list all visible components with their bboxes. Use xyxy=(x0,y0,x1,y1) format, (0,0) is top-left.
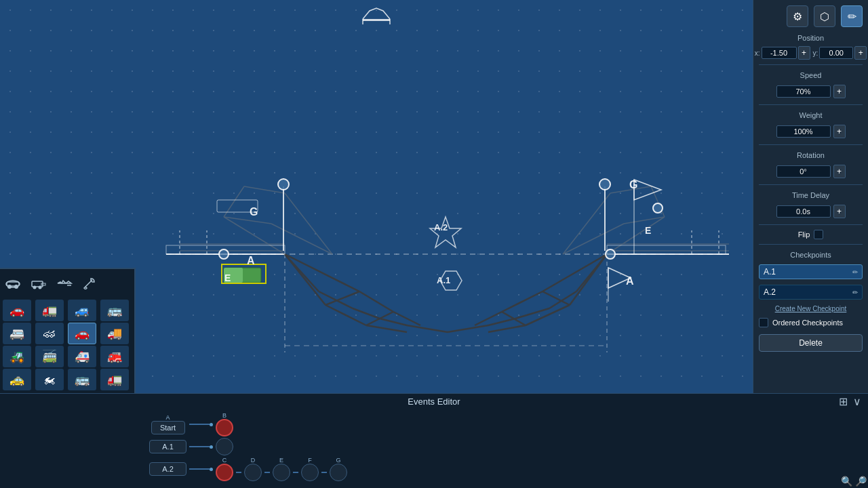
event-node-row2[interactable] xyxy=(216,438,233,455)
event-node-e[interactable] xyxy=(273,464,290,481)
time-delay-row: + xyxy=(759,205,863,218)
flip-checkbox[interactable] xyxy=(814,230,823,239)
svg-text:G: G xyxy=(250,206,258,218)
delete-button[interactable]: Delete xyxy=(759,334,863,352)
rotation-input[interactable] xyxy=(776,165,831,178)
tool-tow-icon[interactable] xyxy=(28,273,49,293)
vehicle-item-6[interactable]: 🏎 xyxy=(35,323,64,344)
svg-line-10 xyxy=(285,254,359,291)
checkpoint-a2-edit-icon[interactable]: ✏ xyxy=(852,289,858,296)
vehicle-item-10[interactable]: 🚎 xyxy=(35,346,64,367)
tool-wrench-icon[interactable] xyxy=(80,273,100,293)
pos-x-label: x: xyxy=(755,49,760,57)
svg-line-26 xyxy=(488,325,526,332)
events-row-3: A.2 C D E xyxy=(149,457,854,481)
vehicle-item-7[interactable]: 🚗 xyxy=(68,323,96,344)
zoom-in-btn[interactable]: 🔎 xyxy=(855,476,867,487)
paint-icon-btn[interactable]: ⬡ xyxy=(814,5,835,27)
svg-line-36 xyxy=(224,217,271,224)
checkpoint-a1-item[interactable]: A.1 ✏ xyxy=(759,264,863,279)
events-content: A Start B A.1 xyxy=(136,409,868,484)
time-delay-input[interactable] xyxy=(776,205,831,218)
start-trigger-box[interactable]: Start xyxy=(151,421,185,434)
vehicle-grid: 🚗 🚛 🚙 🚌 🚐 🏎 🚗 🚚 🚜 🚎 🚑 🚒 🚕 🏍 🚌 🚛 xyxy=(0,297,135,393)
vehicle-item-12[interactable]: 🚒 xyxy=(100,346,129,367)
pos-y-plus-btn[interactable]: + xyxy=(854,46,867,60)
pos-y-input[interactable] xyxy=(819,47,853,59)
settings-icon-btn[interactable]: ⚙ xyxy=(787,5,808,27)
event-node-d[interactable] xyxy=(244,464,262,481)
svg-text:A.1: A.1 xyxy=(437,275,450,285)
svg-line-43 xyxy=(607,217,665,254)
svg-text:A: A xyxy=(247,255,255,266)
col-d: D xyxy=(244,457,262,481)
events-editor-title: Events Editor xyxy=(408,396,460,407)
weight-input[interactable] xyxy=(776,125,831,138)
vehicle-item-4[interactable]: 🚌 xyxy=(100,300,129,321)
weight-row: + xyxy=(759,125,863,138)
divider-6 xyxy=(759,244,863,245)
tool-plane-icon[interactable] xyxy=(54,273,75,293)
vehicle-item-8[interactable]: 🚚 xyxy=(100,323,129,344)
checkpoint-a1-label: A.1 xyxy=(764,267,852,277)
ordered-checkpoints-checkbox[interactable] xyxy=(759,318,768,327)
create-checkpoint-link[interactable]: Create New Checkpoint xyxy=(759,305,863,312)
time-delay-plus-btn[interactable]: + xyxy=(833,205,846,218)
weight-plus-btn[interactable]: + xyxy=(833,125,846,138)
svg-line-11 xyxy=(326,305,366,325)
edit-icon-btn[interactable]: ✏ xyxy=(841,5,863,27)
vehicle-item-5[interactable]: 🚐 xyxy=(3,323,31,344)
events-row-1: A Start B xyxy=(149,412,854,436)
events-pin-btn[interactable]: ⊞ xyxy=(839,395,848,408)
event-node-f[interactable] xyxy=(301,464,319,481)
pos-x-input[interactable] xyxy=(762,47,797,59)
conn-ef xyxy=(293,472,298,473)
connector-3 xyxy=(189,468,213,471)
tool-bar xyxy=(0,268,135,297)
svg-line-33 xyxy=(488,319,515,325)
zoom-controls: 🔍 🔎 xyxy=(841,476,867,487)
svg-text:G: G xyxy=(629,179,637,190)
svg-point-54 xyxy=(599,179,610,190)
zoom-out-btn[interactable]: 🔍 xyxy=(841,476,852,487)
speed-input[interactable] xyxy=(776,85,831,98)
checkpoint-a2-item[interactable]: A.2 ✏ xyxy=(759,285,863,300)
vehicle-item-2[interactable]: 🚛 xyxy=(35,300,64,321)
rotation-plus-btn[interactable]: + xyxy=(833,165,846,178)
svg-text:E: E xyxy=(224,272,231,283)
speed-plus-btn[interactable]: + xyxy=(833,85,846,98)
checkpoint-a1-edit-icon[interactable]: ✏ xyxy=(852,268,858,276)
time-delay-label: Time Delay xyxy=(759,191,863,199)
tool-car-icon[interactable] xyxy=(3,273,23,293)
events-section-b: B xyxy=(216,412,233,436)
vehicle-item-11[interactable]: 🚑 xyxy=(68,346,96,367)
svg-line-40 xyxy=(285,193,332,254)
vehicle-item-13[interactable]: 🚕 xyxy=(3,369,31,390)
vehicle-item-9[interactable]: 🚜 xyxy=(3,346,31,367)
svg-line-34 xyxy=(448,325,488,332)
event-node-c[interactable] xyxy=(216,464,233,481)
vehicle-item-16[interactable]: 🚛 xyxy=(100,369,129,390)
connector-1 xyxy=(189,423,213,426)
connector-2 xyxy=(189,445,213,449)
divider-3 xyxy=(759,144,863,145)
svg-line-20 xyxy=(380,319,407,325)
divider-4 xyxy=(759,184,863,185)
event-node-b[interactable] xyxy=(216,419,233,436)
a2-trigger-box[interactable]: A.2 xyxy=(149,462,186,476)
col-c: C xyxy=(216,457,233,481)
vehicle-item-1[interactable]: 🚗 xyxy=(3,300,31,321)
svg-text:A.2: A.2 xyxy=(434,222,448,232)
a1-trigger-box[interactable]: A.1 xyxy=(149,440,186,453)
event-node-g[interactable] xyxy=(330,464,347,481)
svg-rect-87 xyxy=(41,283,45,285)
events-collapse-btn[interactable]: ∨ xyxy=(853,395,861,408)
pos-x-field: x: + xyxy=(755,46,810,60)
vehicle-item-3[interactable]: 🚙 xyxy=(68,300,96,321)
position-label: Position xyxy=(759,34,863,42)
svg-line-30 xyxy=(576,254,607,291)
svg-text:E: E xyxy=(645,225,651,236)
vehicle-item-14[interactable]: 🏍 xyxy=(35,369,64,390)
pos-x-plus-btn[interactable]: + xyxy=(798,46,810,60)
vehicle-item-15[interactable]: 🚌 xyxy=(68,369,96,390)
